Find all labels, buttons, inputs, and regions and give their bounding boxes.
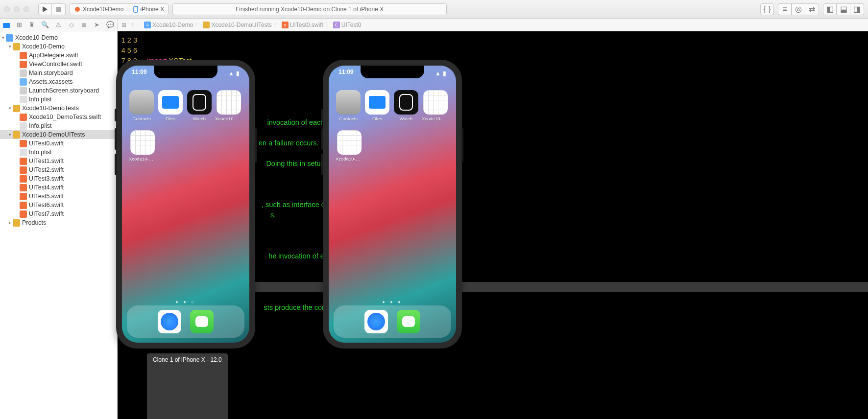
chevron-right-icon: 〉 — [125, 5, 131, 13]
code-snippets-button[interactable]: { } — [760, 3, 774, 15]
home-app[interactable]: Contacts — [336, 90, 362, 121]
close-window-button[interactable] — [4, 6, 10, 12]
related-items-icon[interactable]: ⊞ — [121, 22, 126, 28]
tree-row[interactable]: ▾Xcode10-Demo — [0, 33, 117, 42]
home-app[interactable]: Xcode10-Demo — [336, 130, 363, 162]
jump-file[interactable]: UITest0.swift — [290, 22, 323, 28]
tree-row[interactable]: Main.storyboard — [0, 69, 117, 77]
contacts-icon — [336, 90, 361, 115]
jump-symbol[interactable]: UITest0 — [341, 22, 362, 28]
home-grid: ContactsFilesWatchXcode10-Dem… — [122, 87, 249, 124]
dock — [127, 305, 244, 338]
file-icon — [20, 87, 27, 94]
tree-row[interactable]: Xcode10_DemoTests.swift — [0, 113, 117, 121]
simulator-window-1[interactable]: 11:09▲▮ContactsFilesWatchXcode10-Dem…Xco… — [116, 60, 255, 349]
tree-row[interactable]: ▾Xcode10-DemoUITests — [0, 130, 117, 139]
page-dots[interactable]: ● ● ○ — [122, 300, 249, 304]
tree-row[interactable]: UITest4.swift — [0, 183, 117, 192]
grid-icon — [217, 90, 241, 115]
dock-messages-icon[interactable] — [190, 310, 214, 333]
forward-button[interactable]: 〉 — [136, 21, 142, 29]
disclosure-triangle-icon[interactable]: ▾ — [0, 35, 6, 40]
dock-safari-icon[interactable] — [158, 310, 181, 333]
home-app[interactable]: Files — [364, 90, 390, 121]
tree-row[interactable]: UITest0.swift — [0, 139, 117, 148]
app-label: Contacts — [133, 116, 151, 121]
play-icon — [43, 6, 48, 12]
home-app[interactable]: Watch — [393, 90, 419, 121]
home-app[interactable]: Xcode10-Demo — [129, 130, 156, 162]
tree-row[interactable]: UITest1.swift — [0, 157, 117, 165]
tree-row[interactable]: Info.plist — [0, 95, 117, 104]
run-button[interactable] — [38, 3, 52, 15]
tree-row[interactable]: ViewController.swift — [0, 60, 117, 69]
debug-navigator-tab[interactable]: ≣ — [81, 21, 88, 28]
toggle-navigator-button[interactable]: ◧ — [823, 3, 837, 15]
panel-right-icon: ◨ — [853, 4, 861, 14]
jump-group[interactable]: Xcode10-DemoUITests — [211, 22, 271, 28]
stop-button[interactable] — [52, 3, 66, 15]
window-toolbar: Xcode10-Demo 〉 iPhone X Finished running… — [0, 0, 868, 19]
assistant-editor-button[interactable]: ◎ — [792, 3, 805, 15]
app-label: Contacts — [339, 116, 358, 121]
home-app[interactable]: Contacts — [129, 90, 155, 121]
symbol-navigator-tab[interactable]: ♜ — [28, 21, 35, 28]
tree-row[interactable]: UITest6.swift — [0, 201, 117, 210]
jump-bar[interactable]: ⊞ 〈 〉 AXcode10-Demo 〉 Xcode10-DemoUITest… — [118, 19, 868, 31]
home-app[interactable]: Files — [158, 90, 184, 121]
wifi-icon: ▲ — [435, 70, 441, 77]
project-navigator[interactable]: ▾Xcode10-Demo▾Xcode10-DemoAppDelegate.sw… — [0, 31, 118, 419]
back-button[interactable]: 〈 — [128, 21, 134, 29]
dock-messages-icon[interactable] — [397, 310, 420, 333]
disclosure-triangle-icon[interactable]: ▾ — [7, 44, 13, 49]
version-editor-button[interactable]: ⇄ — [805, 3, 819, 15]
standard-editor-button[interactable]: ≡ — [778, 3, 792, 15]
dock — [334, 305, 451, 338]
test-navigator-tab[interactable]: ◇ — [68, 21, 75, 28]
tree-row[interactable]: Info.plist — [0, 148, 117, 157]
home-app[interactable]: Watch — [186, 90, 212, 121]
tree-label: Xcode10-Demo — [22, 43, 65, 50]
toggle-debug-button[interactable]: ⬓ — [837, 3, 850, 15]
tree-row[interactable]: ▸Products — [0, 218, 117, 227]
issue-navigator-tab[interactable]: ⚠ — [55, 21, 62, 28]
find-navigator-tab[interactable]: 🔍 — [41, 21, 49, 28]
tree-row[interactable]: UITest5.swift — [0, 192, 117, 201]
page-dots[interactable]: ● ● ● — [329, 300, 456, 304]
disclosure-triangle-icon[interactable]: ▾ — [7, 132, 13, 137]
tree-row[interactable]: LaunchScreen.storyboard — [0, 86, 117, 95]
tree-row[interactable]: Info.plist — [0, 121, 117, 130]
file-icon — [20, 140, 27, 147]
tree-row[interactable]: AppDelegate.swift — [0, 51, 117, 60]
minimize-window-button[interactable] — [14, 6, 20, 12]
disclosure-triangle-icon[interactable]: ▸ — [7, 220, 13, 225]
file-icon — [13, 105, 20, 112]
device-screen[interactable]: 11:09▲▮ContactsFilesWatchXcode10-Dem…Xco… — [122, 66, 249, 343]
tree-label: ViewController.swift — [29, 61, 82, 68]
jump-project[interactable]: Xcode10-Demo — [152, 22, 193, 28]
device-screen[interactable]: 11:09▲▮ContactsFilesWatchXcode10-Dem…Xco… — [329, 66, 456, 343]
navigator-tabs: ⊞ ♜ 🔍 ⚠ ◇ ≣ ➤ 💬 — [0, 19, 118, 31]
tree-row[interactable]: Assets.xcassets — [0, 77, 117, 86]
breakpoint-navigator-tab[interactable]: ➤ — [94, 21, 100, 28]
disclosure-triangle-icon[interactable]: ▾ — [7, 106, 13, 111]
tree-label: Xcode10-DemoTests — [22, 105, 79, 112]
lines-icon: ≡ — [782, 5, 787, 14]
tree-row[interactable]: UITest2.swift — [0, 165, 117, 174]
source-control-navigator-tab[interactable]: ⊞ — [16, 21, 23, 28]
home-app[interactable]: Xcode10-Dem… — [422, 90, 449, 121]
toggle-inspector-button[interactable]: ◨ — [850, 3, 864, 15]
project-navigator-tab[interactable] — [3, 22, 10, 28]
zoom-window-button[interactable] — [24, 6, 29, 12]
home-app[interactable]: Xcode10-Dem… — [215, 90, 242, 121]
tree-row[interactable]: UITest3.swift — [0, 174, 117, 183]
tree-label: Xcode10-Demo — [15, 34, 58, 41]
dock-safari-icon[interactable] — [364, 310, 388, 333]
report-navigator-tab[interactable]: 💬 — [106, 21, 114, 28]
scheme-selector[interactable]: Xcode10-Demo 〉 iPhone X — [70, 3, 169, 15]
scheme-target-label: Xcode10-Demo — [83, 6, 123, 13]
simulator-window-2[interactable]: 11:09▲▮ContactsFilesWatchXcode10-Dem…Xco… — [323, 60, 462, 349]
tree-row[interactable]: ▾Xcode10-DemoTests — [0, 104, 117, 113]
tree-row[interactable]: ▾Xcode10-Demo — [0, 42, 117, 51]
tree-row[interactable]: UITest7.swift — [0, 210, 117, 218]
